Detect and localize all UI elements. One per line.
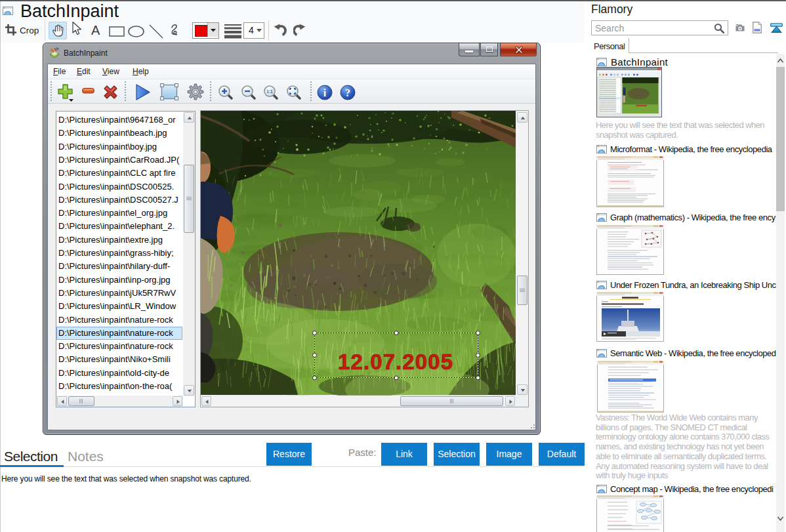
svg-text:12.07.2005: 12.07.2005 — [338, 350, 453, 374]
svg-text:?: ? — [345, 87, 350, 98]
svg-text:i: i — [323, 87, 327, 98]
svg-text:1:1: 1:1 — [266, 89, 273, 94]
